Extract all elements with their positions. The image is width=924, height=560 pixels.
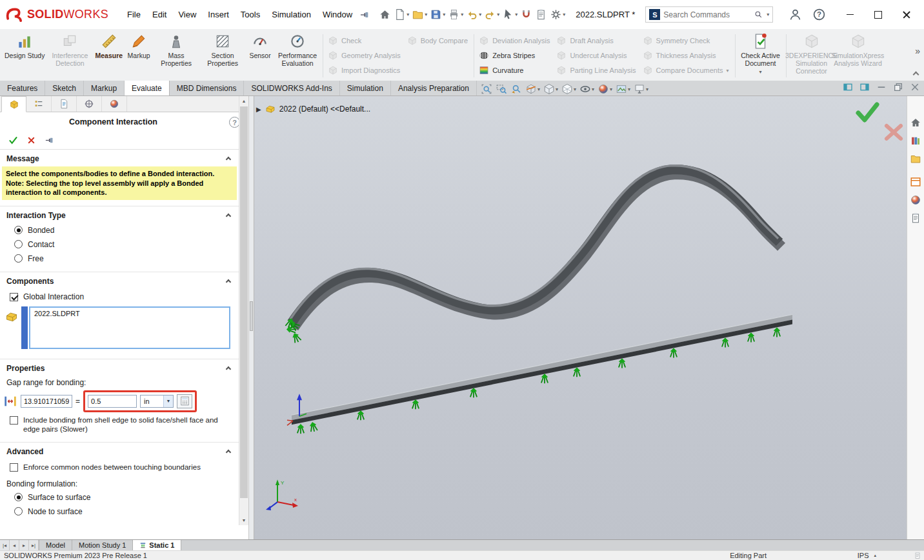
- menu-item[interactable]: Edit: [146, 6, 172, 23]
- shell-bonding-checkbox-row[interactable]: Include bonding from shell edge to solid…: [0, 412, 239, 437]
- feature-tree-flyout[interactable]: ▶ 2022 (Default) <<Default...: [256, 104, 370, 114]
- section-view-button[interactable]: ▾: [525, 83, 541, 95]
- displaymanager-tab[interactable]: [77, 96, 102, 112]
- open-button[interactable]: ▾: [410, 6, 428, 23]
- ribbon-collapse-icon[interactable]: [913, 72, 919, 78]
- symmetry-check-button[interactable]: Symmetry Check▾: [640, 34, 733, 47]
- collapse-panel-left-button[interactable]: [843, 82, 853, 92]
- save-button[interactable]: ▾: [428, 6, 447, 23]
- menu-item[interactable]: Window: [317, 6, 358, 23]
- search-icon[interactable]: [754, 10, 763, 19]
- parting-line-analysis-button[interactable]: Parting Line Analysis▾: [554, 64, 639, 77]
- ribbon-overflow-button[interactable]: »: [915, 46, 920, 56]
- view-settings-button[interactable]: ▾: [633, 83, 649, 95]
- gap-value-input[interactable]: [88, 395, 137, 408]
- dropdown-caret[interactable]: ▾: [443, 12, 445, 17]
- new-document-button[interactable]: ▾: [392, 6, 410, 23]
- dropdown-caret[interactable]: ▾: [515, 12, 517, 17]
- tab-analysis-preparation[interactable]: Analysis Preparation: [391, 81, 477, 95]
- options-button[interactable]: ▾: [548, 6, 567, 23]
- sensor-button[interactable]: Sensor: [246, 31, 274, 81]
- 3dexperience-simulation-connector-button[interactable]: 3DEXPERIENCE Simulation Connector: [788, 31, 835, 81]
- collapse-chevron-icon[interactable]: [226, 450, 231, 455]
- undercut-analysis-button[interactable]: Undercut Analysis▾: [554, 49, 639, 62]
- zoom-to-fit-button[interactable]: ▾: [480, 83, 493, 95]
- section-header[interactable]: Message: [0, 150, 239, 166]
- minimize-panel-button[interactable]: [876, 82, 887, 92]
- markup-button[interactable]: Markup: [125, 31, 153, 81]
- chevron-down-icon[interactable]: ▼: [163, 395, 173, 407]
- zebra-stripes-button[interactable]: Zebra Stripes▾: [476, 49, 554, 62]
- check-active-document-button[interactable]: Check Active Document ▾: [738, 31, 784, 81]
- radio-button[interactable]: [14, 507, 23, 515]
- free-radio[interactable]: Free: [0, 252, 239, 266]
- dropdown-caret[interactable]: ▾: [479, 12, 481, 17]
- motion-study-1-tab[interactable]: Motion Study 1: [72, 540, 133, 550]
- previous-view-button[interactable]: ▾: [510, 83, 523, 95]
- cancel-button[interactable]: [26, 135, 36, 145]
- apply-scene-button[interactable]: ▾: [615, 83, 631, 95]
- scroll-down-arrow[interactable]: ▼: [239, 515, 248, 525]
- geometry-analysis-button[interactable]: Geometry Analysis▾: [325, 49, 405, 62]
- section-header[interactable]: Properties: [0, 359, 239, 376]
- compare-documents-button[interactable]: Compare Documents▾: [640, 64, 733, 77]
- tab-evaluate[interactable]: Evaluate: [125, 81, 170, 95]
- tab-simulation[interactable]: Simulation: [340, 81, 391, 95]
- pin-menu-icon[interactable]: [359, 10, 370, 20]
- dropdown-caret[interactable]: ▾: [497, 12, 499, 17]
- simulationxpress-analysis-wizard-button[interactable]: SimulationXpress Analysis Wizard: [835, 31, 881, 81]
- dropdown-caret[interactable]: ▾: [407, 12, 409, 17]
- enforce-common-nodes-checkbox[interactable]: [10, 463, 18, 472]
- view-palette-tab[interactable]: [910, 176, 921, 188]
- home-tab[interactable]: [910, 117, 921, 128]
- thickness-analysis-button[interactable]: Thickness Analysis▾: [640, 49, 733, 62]
- search-scope-icon[interactable]: S: [649, 9, 660, 20]
- model-tab[interactable]: Model: [39, 540, 72, 550]
- home-button[interactable]: ▾: [377, 6, 392, 23]
- search-input[interactable]: [663, 10, 751, 19]
- surface-to-surface-radio[interactable]: Surface to surface: [0, 490, 239, 505]
- study-nav-button[interactable]: ◂: [10, 540, 19, 550]
- magnetic-mate-button[interactable]: ▾: [519, 6, 534, 23]
- file-properties-button[interactable]: ▾: [534, 6, 548, 23]
- select-button[interactable]: ▾: [501, 6, 519, 23]
- dropdown-caret[interactable]: ▾: [556, 86, 558, 92]
- study-nav-button[interactable]: ▸|: [29, 540, 39, 550]
- import-diagnostics-button[interactable]: Import Diagnostics▾: [325, 64, 405, 77]
- maximize-button[interactable]: [874, 10, 883, 19]
- splitter-grip[interactable]: [250, 301, 253, 331]
- shell-bonding-checkbox[interactable]: [10, 416, 18, 425]
- dropdown-caret[interactable]: ▾: [461, 12, 463, 17]
- appearances-manager-tab[interactable]: [102, 96, 127, 112]
- collapse-panel-right-button[interactable]: [859, 82, 870, 92]
- check-button[interactable]: Check▾: [325, 34, 405, 47]
- selected-component[interactable]: 2022.SLDPRT: [34, 310, 225, 317]
- collapse-chevron-icon[interactable]: [226, 213, 231, 218]
- enforce-common-nodes-checkbox-row[interactable]: Enforce common nodes between touching bo…: [0, 459, 239, 474]
- units-settings-button[interactable]: [177, 394, 192, 408]
- undo-button[interactable]: ▾: [465, 6, 483, 23]
- interference-detection-button[interactable]: Interference Detection: [46, 31, 93, 81]
- dropdown-caret[interactable]: ▾: [425, 12, 427, 17]
- view-orientation-button[interactable]: ▾: [543, 83, 559, 95]
- restore-panel-button[interactable]: [893, 82, 903, 92]
- tab-solidworks-add-ins[interactable]: SOLIDWORKS Add-Ins: [244, 81, 339, 95]
- propertymanager-tab[interactable]: [1, 96, 26, 112]
- dropdown-caret[interactable]: ▾: [759, 69, 761, 75]
- design-library-tab[interactable]: [910, 135, 921, 146]
- close-panel-button[interactable]: [910, 82, 920, 92]
- performance-evaluation-button[interactable]: Performance Evaluation: [274, 31, 321, 81]
- tab-sketch[interactable]: Sketch: [45, 81, 84, 95]
- 3d-model-canvas[interactable]: Y x: [254, 96, 907, 539]
- dropdown-caret[interactable]: ▾: [574, 86, 576, 92]
- print-button[interactable]: ▾: [447, 6, 465, 23]
- radio-button[interactable]: [14, 226, 23, 234]
- dropdown-caret[interactable]: ▾: [537, 86, 540, 92]
- menu-item[interactable]: Tools: [235, 6, 266, 23]
- contact-radio[interactable]: Contact: [0, 237, 239, 252]
- dropdown-caret[interactable]: ▾: [726, 68, 728, 74]
- section-header[interactable]: Components: [0, 272, 239, 289]
- units-selector[interactable]: IPS▴: [858, 552, 876, 559]
- bonded-radio[interactable]: Bonded: [0, 223, 239, 237]
- custom-properties-icon[interactable]: [914, 552, 921, 559]
